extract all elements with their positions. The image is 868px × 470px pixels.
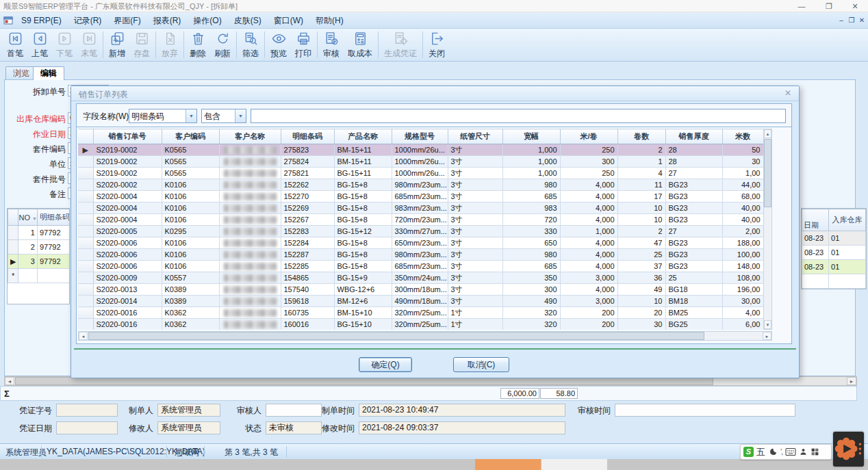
cell-no[interactable]: 2 — [18, 240, 38, 254]
taskbar-item[interactable] — [541, 459, 607, 470]
left-grid-row[interactable]: 2 97792 — [8, 240, 71, 254]
scroll-left-icon[interactable]: ◄ — [79, 332, 88, 340]
cell-customer-code[interactable]: K0565 — [162, 156, 219, 168]
cell-order-no[interactable]: S2020-0013 — [93, 284, 162, 296]
order-row[interactable]: S2020-0014K0389159618BM-12+6490mm/18um..… — [78, 296, 763, 307]
cell-spec-model[interactable]: 490mm/18um... — [392, 296, 448, 307]
row-selector[interactable]: ▶ — [8, 254, 18, 269]
cell-meters-per-roll[interactable]: 4,000 — [560, 249, 617, 261]
cell-thickness[interactable]: BM25 — [665, 307, 722, 319]
cell-spec-model[interactable]: 720mm/23um... — [392, 214, 448, 226]
col-warehouse[interactable]: 入库仓库 — [829, 209, 866, 231]
right-grid-row[interactable]: 08-23 01 — [802, 231, 866, 246]
col-product-name[interactable]: 产品名称 — [334, 129, 392, 144]
right-grid-row[interactable]: 08-23 01 — [802, 246, 866, 260]
menu-item-3[interactable]: 报表(R) — [147, 12, 188, 29]
cell-spec-model[interactable]: 1000mm/26u... — [392, 168, 448, 179]
cell-barcode[interactable]: 159618 — [281, 296, 334, 307]
cell-rolls[interactable]: 37 — [617, 261, 665, 272]
cell-width[interactable]: 685 — [502, 191, 560, 203]
cell-customer-name[interactable] — [219, 307, 281, 319]
cell-order-no[interactable]: S2020-0016 — [93, 307, 162, 319]
cell-thickness[interactable]: BM18 — [665, 296, 722, 307]
sogou-ime-icon[interactable]: S — [743, 447, 754, 457]
cell-thickness[interactable]: BG25 — [665, 319, 722, 330]
cell-width[interactable]: 1,000 — [502, 168, 560, 179]
cell-meters-per-roll[interactable]: 4,000 — [560, 179, 617, 191]
left-grid-row[interactable]: * — [8, 269, 71, 283]
cell-meters[interactable]: 4,00 — [722, 307, 763, 319]
row-selector[interactable] — [78, 237, 93, 249]
cell-tube-size[interactable]: 3寸 — [448, 237, 502, 249]
cell-thickness[interactable]: BG23 — [665, 203, 722, 214]
cell-width[interactable]: 983 — [502, 203, 560, 214]
cell-product-name[interactable]: BM-15+11 — [334, 144, 392, 156]
row-selector[interactable]: * — [8, 269, 18, 283]
cell-customer-name[interactable] — [219, 191, 281, 203]
col-rolls[interactable]: 卷数 — [617, 129, 665, 144]
row-selector[interactable] — [78, 168, 93, 179]
cell-customer-name[interactable] — [219, 226, 281, 237]
cell-barcode[interactable]: 160735 — [281, 307, 334, 319]
order-row[interactable]: S2020-0006K0106152287BG-15+8980mm/23um..… — [78, 249, 763, 261]
order-row[interactable]: S2020-0009K0557154865BG-15+9350mm/24um..… — [78, 272, 763, 284]
cell-barcode[interactable]: 152262 — [281, 179, 334, 191]
cell-spec-model[interactable]: 980mm/23um... — [392, 249, 448, 261]
cancel-button[interactable]: 取消(C) — [453, 357, 509, 372]
cell-rolls[interactable]: 10 — [617, 296, 665, 307]
order-row[interactable]: S2020-0004K0106152267BG-15+8720mm/23um..… — [78, 214, 763, 226]
col-no[interactable]: NO ▼ — [18, 209, 38, 226]
cell-meters-per-roll[interactable]: 4,000 — [560, 214, 617, 226]
chevron-down-icon[interactable]: ▼ — [186, 109, 196, 122]
tab-edit[interactable]: 编辑 — [33, 66, 64, 80]
scroll-up-icon[interactable]: ▲ — [764, 129, 771, 138]
cell-width[interactable]: 720 — [502, 214, 560, 226]
menu-item-1[interactable]: 记录(R) — [68, 12, 108, 29]
cell-customer-name[interactable] — [219, 284, 281, 296]
cell-meters-per-roll[interactable]: 300 — [560, 156, 617, 168]
scroll-left-icon[interactable]: ◄ — [5, 377, 14, 385]
cell-thickness[interactable]: BG18 — [665, 284, 722, 296]
cell-customer-code[interactable]: K0106 — [162, 261, 219, 272]
cell-width[interactable]: 1,000 — [502, 144, 560, 156]
cell-spec-model[interactable]: 650mm/23um... — [392, 237, 448, 249]
col-meters-per-roll[interactable]: 米/卷 — [560, 129, 617, 144]
order-row[interactable]: ▶S2019-0002K0565275823BM-15+111000mm/26u… — [78, 144, 763, 156]
order-row[interactable]: S2020-0016K0362160735BM-15+10320mm/25um.… — [78, 307, 763, 319]
cell-order-no[interactable]: S2020-0004 — [93, 203, 162, 214]
cell-tube-size[interactable]: 3寸 — [448, 214, 502, 226]
person-icon[interactable] — [799, 447, 808, 456]
cell-order-no[interactable]: S2020-0004 — [93, 191, 162, 203]
cell-customer-name[interactable] — [219, 144, 281, 156]
operator-combo[interactable]: 包含 ▼ — [201, 109, 246, 123]
cell-rolls[interactable]: 4 — [617, 168, 665, 179]
order-row[interactable]: S2020-0016K0362160016BG-15+10320mm/25um.… — [78, 319, 763, 330]
cell-customer-code[interactable]: K0389 — [162, 284, 219, 296]
cell-rolls[interactable]: 36 — [617, 272, 665, 284]
cell-meters[interactable]: 30,00 — [722, 296, 763, 307]
cell-order-no[interactable]: S2020-0006 — [93, 237, 162, 249]
cell-barcode[interactable]: 157540 — [281, 284, 334, 296]
cell-thickness[interactable]: BG23 — [665, 179, 722, 191]
cell-rolls[interactable]: 47 — [617, 237, 665, 249]
left-grid-row[interactable]: ▶ 3 97792 — [8, 254, 71, 269]
cell-product-name[interactable]: BG-15+8 — [334, 191, 392, 203]
cell-customer-code[interactable]: K0362 — [162, 307, 219, 319]
cell-customer-name[interactable] — [219, 319, 281, 330]
cell-product-name[interactable]: BG-15+8 — [334, 237, 392, 249]
cell-spec-model[interactable]: 300mm/18um... — [392, 284, 448, 296]
cell-spec-model[interactable]: 350mm/24um... — [392, 272, 448, 284]
cell-tube-size[interactable]: 3寸 — [448, 156, 502, 168]
right-grid-row[interactable] — [802, 274, 866, 289]
scroll-right-icon[interactable]: ► — [763, 332, 771, 340]
row-selector[interactable] — [78, 319, 93, 330]
cell-warehouse[interactable]: 01 — [829, 260, 866, 274]
cell-meters[interactable]: 6,00 — [722, 319, 763, 330]
cell-order-no[interactable]: S2020-0004 — [93, 214, 162, 226]
cell-customer-name[interactable] — [219, 296, 281, 307]
col-barcode[interactable]: 明细条码 — [37, 209, 70, 226]
cell-thickness[interactable]: BG23 — [665, 249, 722, 261]
bf-row2-input-3[interactable]: 2021-08-24 09:03:37 — [359, 421, 565, 434]
cell-barcode[interactable]: 275823 — [281, 144, 334, 156]
cell-no[interactable]: 1 — [18, 226, 38, 240]
